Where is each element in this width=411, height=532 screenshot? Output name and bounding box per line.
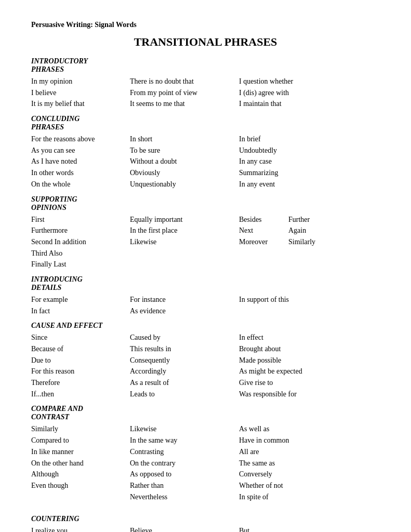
list-item: But (239, 525, 375, 532)
list-item: Equally important (130, 214, 234, 225)
section-header-supporting: SUPPORTING OPINIONS (31, 195, 380, 212)
list-item: Moreover (239, 236, 288, 248)
top-label: Persuasive Writing: Signal Words (31, 21, 380, 29)
column-0: I realize youI understand youEven though… (31, 525, 130, 532)
column-0: In my opinionI believeIt is my belief th… (31, 76, 130, 110)
list-item: Without a doubt (130, 156, 234, 167)
column-0: For exampleIn fact (31, 294, 130, 316)
column-2: I question whetherI (dis) agree withI ma… (239, 76, 380, 110)
list-item: It is my belief that (31, 98, 125, 110)
section-columns-cause: SinceBecause ofDue toFor this reasonTher… (31, 332, 380, 400)
list-item: In short (130, 134, 234, 145)
list-item: There is no doubt that (130, 76, 234, 87)
column-1: LikewiseIn the same wayContrastingOn the… (130, 423, 239, 502)
list-item: Similarly (31, 423, 125, 435)
list-item: In other words (31, 167, 125, 179)
list-item: I (dis) agree with (239, 87, 375, 99)
list-item: As you can see (31, 145, 125, 156)
list-item: I believe (31, 87, 125, 99)
list-item: For instance (130, 294, 234, 305)
section-header-countering: COUNTERING (31, 515, 380, 523)
list-item: Undoubtedly (239, 145, 375, 156)
list-item: The same as (239, 458, 375, 469)
list-item: Conversely (239, 469, 375, 480)
list-item: As opposed to (130, 469, 234, 480)
list-item: Similarly (288, 236, 338, 248)
list-item: Nevertheless (130, 491, 234, 503)
section-header-cause: CAUSE AND EFFECT (31, 322, 380, 330)
list-item: On the whole (31, 179, 125, 190)
list-item: In brief (239, 134, 375, 145)
list-item: Further (288, 214, 338, 225)
section-columns-supporting: FirstFurthermoreSecond In additionThird … (31, 214, 380, 270)
section-header-compare: COMPARE AND CONTRAST (31, 405, 380, 421)
list-item: I realize you (31, 525, 125, 532)
section-header-concluding: CONCLUDING PHRASES (31, 115, 380, 131)
list-item: As a result of (130, 377, 234, 389)
list-item: Obviously (130, 167, 234, 179)
section-columns-introductory: In my opinionI believeIt is my belief th… (31, 76, 380, 110)
list-item: All are (239, 446, 375, 458)
list-item: For this reason (31, 366, 125, 377)
column-2: In effectBrought aboutMade possibleAs mi… (239, 332, 380, 400)
list-item: Although (31, 469, 125, 480)
list-item: Caused by (130, 332, 234, 343)
list-item: In the first place (130, 225, 234, 236)
list-item: Second In addition (31, 236, 125, 248)
list-item: Brought about (239, 343, 375, 355)
list-item: I question whether (239, 76, 375, 87)
list-item: Since (31, 332, 125, 343)
list-item: First (31, 214, 125, 225)
list-item: From my point of view (130, 87, 234, 99)
column-0: SinceBecause ofDue toFor this reasonTher… (31, 332, 130, 400)
list-item: In the same way (130, 435, 234, 446)
list-item: Whether of not (239, 480, 375, 491)
list-item: If...then (31, 389, 125, 400)
list-item: In any case (239, 156, 375, 167)
list-item: Therefore (31, 377, 125, 389)
list-item: Summarizing (239, 167, 375, 179)
list-item: Even though (31, 480, 125, 491)
list-item: Unquestionably (130, 179, 234, 190)
list-item: On the contrary (130, 458, 234, 469)
list-item: As well as (239, 423, 375, 435)
main-title: TRANSITIONAL PHRASES (31, 35, 380, 49)
list-item: Compared to (31, 435, 125, 446)
list-item: To be sure (130, 145, 234, 156)
list-item: As might be expected (239, 366, 375, 377)
list-item: Leads to (130, 389, 234, 400)
section-columns-introducing: For exampleIn factFor instanceAs evidenc… (31, 294, 380, 316)
list-item: In effect (239, 332, 375, 343)
list-item: This results in (130, 343, 234, 355)
column-2: As well asHave in commonAll areThe same … (239, 423, 380, 502)
list-item: Again (288, 225, 338, 236)
column-2: ButYetHoweverI doubtI questionLet me exp… (239, 525, 380, 532)
list-item: In my opinion (31, 76, 125, 87)
list-item: In any event (239, 179, 375, 190)
list-item: Besides (239, 214, 288, 225)
section-columns-compare: SimilarlyCompared toIn like mannerOn the… (31, 423, 380, 502)
column-0: For the reasons aboveAs you can seeAs I … (31, 134, 130, 190)
list-item: Likewise (130, 423, 234, 435)
list-item: Give rise to (239, 377, 375, 389)
list-item: Finally Last (31, 259, 125, 270)
list-item: Third Also (31, 248, 125, 259)
list-item: I maintain that (239, 98, 375, 110)
list-item: Furthermore (31, 225, 125, 236)
column-1: For instanceAs evidence (130, 294, 239, 316)
list-item: In support of this (239, 294, 375, 305)
list-item: Have in common (239, 435, 375, 446)
column-1: Caused byThis results inConsequentlyAcco… (130, 332, 239, 400)
column-2: In support of this (239, 294, 380, 316)
section-columns-concluding: For the reasons aboveAs you can seeAs I … (31, 134, 380, 190)
list-item: As I have noted (31, 156, 125, 167)
list-item: Rather than (130, 480, 234, 491)
list-item: In like manner (31, 446, 125, 458)
column-1: BelieveFeelMaintainWantFavourSupportArgu… (130, 525, 239, 532)
list-item: Likewise (130, 236, 234, 248)
list-item: It seems to me that (130, 98, 234, 110)
list-item: Due to (31, 355, 125, 366)
list-item: Made possible (239, 355, 375, 366)
list-item: Accordingly (130, 366, 234, 377)
list-item: Consequently (130, 355, 234, 366)
